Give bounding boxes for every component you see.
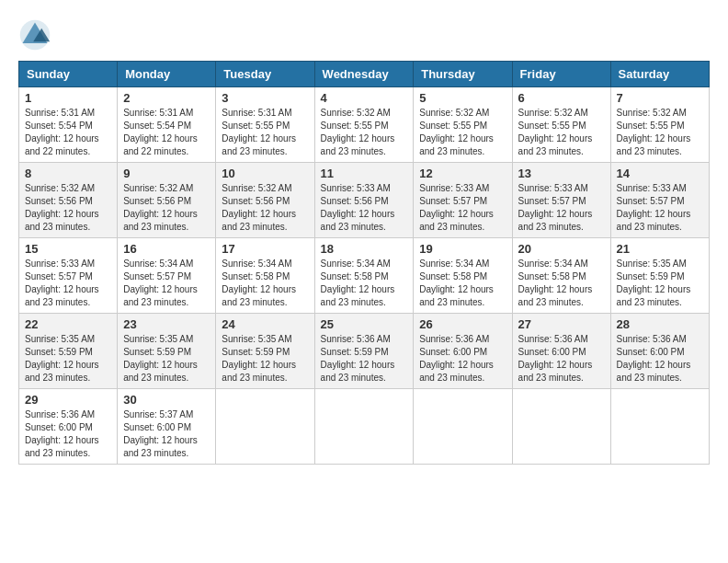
calendar-day-cell: 29 Sunrise: 5:36 AMSunset: 6:00 PMDaylig… — [19, 389, 118, 465]
calendar-day-cell: 6 Sunrise: 5:32 AMSunset: 5:55 PMDayligh… — [512, 87, 610, 163]
day-info: Sunrise: 5:34 AMSunset: 5:58 PMDaylight:… — [222, 259, 296, 307]
day-info: Sunrise: 5:35 AMSunset: 5:59 PMDaylight:… — [617, 259, 691, 307]
calendar-day-cell: 10 Sunrise: 5:32 AMSunset: 5:56 PMDaylig… — [216, 163, 314, 238]
calendar-day-cell: 3 Sunrise: 5:31 AMSunset: 5:55 PMDayligh… — [216, 87, 314, 163]
calendar-day-cell: 18 Sunrise: 5:34 AMSunset: 5:58 PMDaylig… — [314, 238, 414, 314]
day-info: Sunrise: 5:36 AMSunset: 6:00 PMDaylight:… — [617, 334, 691, 383]
calendar-day-cell: 17 Sunrise: 5:34 AMSunset: 5:58 PMDaylig… — [216, 238, 314, 314]
calendar-day-cell: 13 Sunrise: 5:33 AMSunset: 5:57 PMDaylig… — [512, 163, 610, 238]
day-info: Sunrise: 5:35 AMSunset: 5:59 PMDaylight:… — [222, 334, 296, 383]
day-number: 10 — [222, 167, 308, 180]
calendar-day-header: Monday — [118, 62, 216, 87]
day-info: Sunrise: 5:31 AMSunset: 5:55 PMDaylight:… — [222, 108, 296, 156]
calendar-day-cell: 24 Sunrise: 5:35 AMSunset: 5:59 PMDaylig… — [216, 314, 314, 389]
day-info: Sunrise: 5:34 AMSunset: 5:57 PMDaylight:… — [123, 259, 198, 307]
day-number: 28 — [617, 317, 703, 331]
day-number: 6 — [518, 91, 605, 105]
day-info: Sunrise: 5:34 AMSunset: 5:58 PMDaylight:… — [321, 259, 395, 307]
calendar-day-cell: 9 Sunrise: 5:32 AMSunset: 5:56 PMDayligh… — [118, 163, 216, 238]
calendar-day-cell: 14 Sunrise: 5:33 AMSunset: 5:57 PMDaylig… — [610, 163, 709, 238]
calendar-day-cell: 27 Sunrise: 5:36 AMSunset: 6:00 PMDaylig… — [512, 314, 610, 389]
calendar-day-cell — [216, 389, 314, 465]
day-number: 17 — [222, 242, 308, 256]
calendar-table: SundayMondayTuesdayWednesdayThursdayFrid… — [18, 61, 710, 465]
day-number: 11 — [321, 167, 408, 180]
day-info: Sunrise: 5:33 AMSunset: 5:56 PMDaylight:… — [321, 183, 395, 232]
day-info: Sunrise: 5:33 AMSunset: 5:57 PMDaylight:… — [419, 183, 494, 232]
calendar-day-cell — [610, 389, 709, 465]
calendar-day-cell: 26 Sunrise: 5:36 AMSunset: 6:00 PMDaylig… — [414, 314, 512, 389]
calendar-day-cell: 25 Sunrise: 5:36 AMSunset: 5:59 PMDaylig… — [314, 314, 414, 389]
day-info: Sunrise: 5:31 AMSunset: 5:54 PMDaylight:… — [123, 108, 198, 156]
calendar-day-cell: 16 Sunrise: 5:34 AMSunset: 5:57 PMDaylig… — [118, 238, 216, 314]
calendar-day-cell: 21 Sunrise: 5:35 AMSunset: 5:59 PMDaylig… — [610, 238, 709, 314]
day-number: 24 — [222, 317, 308, 331]
calendar-day-header: Wednesday — [314, 62, 414, 87]
day-number: 13 — [518, 167, 605, 180]
day-number: 5 — [419, 91, 506, 105]
day-number: 26 — [419, 317, 506, 331]
day-info: Sunrise: 5:31 AMSunset: 5:54 PMDaylight:… — [25, 108, 99, 156]
calendar-day-header: Tuesday — [216, 62, 314, 87]
calendar-day-cell: 23 Sunrise: 5:35 AMSunset: 5:59 PMDaylig… — [118, 314, 216, 389]
day-info: Sunrise: 5:32 AMSunset: 5:55 PMDaylight:… — [419, 108, 494, 156]
day-number: 23 — [123, 317, 210, 331]
day-number: 4 — [321, 91, 408, 105]
day-number: 9 — [123, 167, 210, 180]
calendar-day-cell: 15 Sunrise: 5:33 AMSunset: 5:57 PMDaylig… — [19, 238, 118, 314]
page-header — [18, 18, 710, 52]
day-info: Sunrise: 5:37 AMSunset: 6:00 PMDaylight:… — [123, 409, 198, 458]
calendar-day-cell: 7 Sunrise: 5:32 AMSunset: 5:55 PMDayligh… — [610, 87, 709, 163]
calendar-day-cell: 22 Sunrise: 5:35 AMSunset: 5:59 PMDaylig… — [19, 314, 118, 389]
day-info: Sunrise: 5:36 AMSunset: 6:00 PMDaylight:… — [518, 334, 593, 383]
day-info: Sunrise: 5:32 AMSunset: 5:56 PMDaylight:… — [25, 183, 99, 232]
day-info: Sunrise: 5:32 AMSunset: 5:55 PMDaylight:… — [321, 108, 395, 156]
day-number: 8 — [25, 167, 111, 180]
calendar-day-cell: 8 Sunrise: 5:32 AMSunset: 5:56 PMDayligh… — [19, 163, 118, 238]
day-info: Sunrise: 5:36 AMSunset: 6:00 PMDaylight:… — [419, 334, 494, 383]
day-info: Sunrise: 5:32 AMSunset: 5:56 PMDaylight:… — [123, 183, 198, 232]
calendar-day-header: Thursday — [414, 62, 512, 87]
calendar-day-cell: 30 Sunrise: 5:37 AMSunset: 6:00 PMDaylig… — [118, 389, 216, 465]
day-info: Sunrise: 5:33 AMSunset: 5:57 PMDaylight:… — [617, 183, 691, 232]
day-number: 29 — [25, 393, 111, 407]
logo — [18, 18, 57, 52]
calendar-day-header: Friday — [512, 62, 610, 87]
calendar-day-cell: 5 Sunrise: 5:32 AMSunset: 5:55 PMDayligh… — [414, 87, 512, 163]
day-number: 19 — [419, 242, 506, 256]
day-number: 3 — [222, 91, 308, 105]
day-info: Sunrise: 5:35 AMSunset: 5:59 PMDaylight:… — [25, 334, 99, 383]
calendar-day-cell: 12 Sunrise: 5:33 AMSunset: 5:57 PMDaylig… — [414, 163, 512, 238]
calendar-day-cell: 2 Sunrise: 5:31 AMSunset: 5:54 PMDayligh… — [118, 87, 216, 163]
day-number: 18 — [321, 242, 408, 256]
day-info: Sunrise: 5:32 AMSunset: 5:56 PMDaylight:… — [222, 183, 296, 232]
calendar-day-cell: 20 Sunrise: 5:34 AMSunset: 5:58 PMDaylig… — [512, 238, 610, 314]
calendar-day-cell: 11 Sunrise: 5:33 AMSunset: 5:56 PMDaylig… — [314, 163, 414, 238]
day-number: 12 — [419, 167, 506, 180]
calendar-day-cell — [512, 389, 610, 465]
day-info: Sunrise: 5:33 AMSunset: 5:57 PMDaylight:… — [518, 183, 593, 232]
day-number: 25 — [321, 317, 408, 331]
calendar-week-row: 22 Sunrise: 5:35 AMSunset: 5:59 PMDaylig… — [19, 314, 710, 389]
day-number: 14 — [617, 167, 703, 180]
calendar-day-cell: 19 Sunrise: 5:34 AMSunset: 5:58 PMDaylig… — [414, 238, 512, 314]
day-number: 1 — [25, 91, 111, 105]
day-info: Sunrise: 5:32 AMSunset: 5:55 PMDaylight:… — [617, 108, 691, 156]
calendar-week-row: 29 Sunrise: 5:36 AMSunset: 6:00 PMDaylig… — [19, 389, 710, 465]
calendar-week-row: 1 Sunrise: 5:31 AMSunset: 5:54 PMDayligh… — [19, 87, 710, 163]
calendar-day-header: Sunday — [19, 62, 118, 87]
day-info: Sunrise: 5:34 AMSunset: 5:58 PMDaylight:… — [518, 259, 593, 307]
day-info: Sunrise: 5:36 AMSunset: 5:59 PMDaylight:… — [321, 334, 395, 383]
calendar-week-row: 8 Sunrise: 5:32 AMSunset: 5:56 PMDayligh… — [19, 163, 710, 238]
calendar-header-row: SundayMondayTuesdayWednesdayThursdayFrid… — [19, 62, 710, 87]
day-number: 30 — [123, 393, 210, 407]
day-info: Sunrise: 5:35 AMSunset: 5:59 PMDaylight:… — [123, 334, 198, 383]
day-number: 7 — [617, 91, 703, 105]
calendar-day-cell: 4 Sunrise: 5:32 AMSunset: 5:55 PMDayligh… — [314, 87, 414, 163]
calendar-day-cell: 1 Sunrise: 5:31 AMSunset: 5:54 PMDayligh… — [19, 87, 118, 163]
day-number: 16 — [123, 242, 210, 256]
day-info: Sunrise: 5:36 AMSunset: 6:00 PMDaylight:… — [25, 409, 99, 458]
calendar-day-cell — [314, 389, 414, 465]
day-number: 27 — [518, 317, 605, 331]
day-number: 15 — [25, 242, 111, 256]
